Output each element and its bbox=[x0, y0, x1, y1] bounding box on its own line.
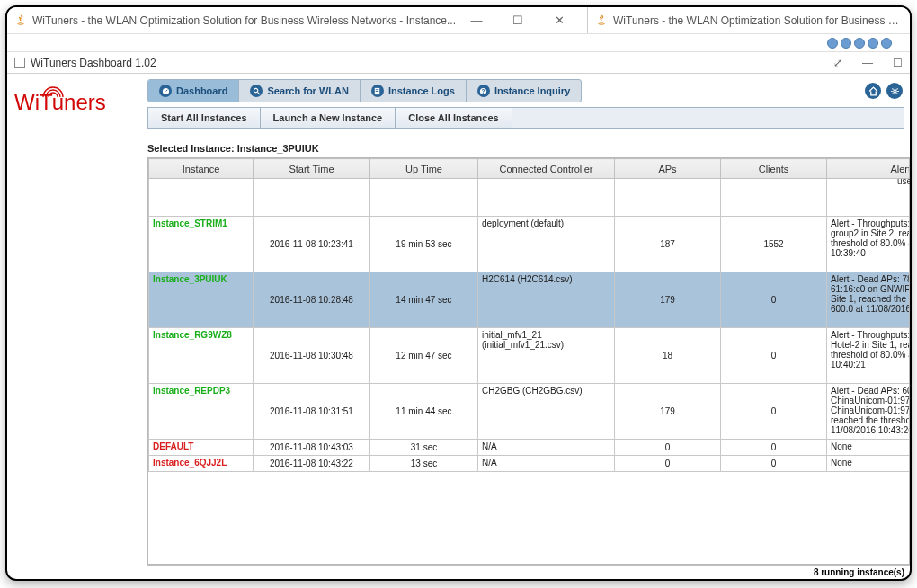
dot-icon[interactable] bbox=[827, 38, 838, 49]
use-label: use bbox=[897, 176, 910, 186]
search-icon bbox=[250, 85, 263, 97]
tab-label: Instance Inquiry bbox=[494, 85, 570, 96]
table-row[interactable]: Instance_STRIM12016-11-08 10:23:4119 min… bbox=[149, 217, 911, 272]
tab-search-wlan[interactable]: Search for WLAN bbox=[239, 80, 360, 102]
os-titlebar: WiTuners - the WLAN Optimization Solutio… bbox=[7, 7, 910, 34]
java-icon bbox=[14, 14, 27, 27]
svg-point-1 bbox=[254, 88, 258, 93]
status-bar: 8 running instance(s) bbox=[147, 565, 910, 579]
table-row[interactable] bbox=[149, 179, 911, 217]
dot-icon[interactable] bbox=[868, 38, 878, 49]
inquiry-icon: ? bbox=[477, 85, 490, 97]
instances-table: Instance Start Time Up Time Connected Co… bbox=[148, 158, 910, 472]
tab-instance-logs[interactable]: Instance Logs bbox=[361, 80, 467, 102]
app-titlebar: WiTuners Dashboard 1.02 ⤢ — ☐ bbox=[7, 52, 910, 74]
home-button[interactable] bbox=[865, 83, 881, 99]
app-icon bbox=[14, 58, 25, 68]
launch-new-button[interactable]: Launch a New Instance bbox=[261, 108, 396, 128]
table-row[interactable]: Instance_6QJJ2L2016-11-08 10:43:2213 sec… bbox=[149, 456, 911, 472]
app-title: WiTuners Dashboard 1.02 bbox=[31, 57, 156, 69]
dot-icon[interactable] bbox=[841, 38, 851, 49]
tab-label: Instance Logs bbox=[388, 85, 455, 96]
settings-button[interactable] bbox=[886, 83, 903, 99]
table-row[interactable]: Instance_3PUIUK2016-11-08 10:28:4814 min… bbox=[149, 272, 911, 328]
window-title-left: WiTuners - the WLAN Optimization Solutio… bbox=[32, 14, 456, 27]
java-icon bbox=[595, 14, 608, 27]
app-minimize-icon[interactable]: — bbox=[862, 57, 873, 69]
start-all-button[interactable]: Start All Instances bbox=[148, 108, 261, 128]
logs-icon bbox=[371, 85, 384, 97]
maximize-button[interactable]: ☐ bbox=[497, 7, 539, 34]
table-row[interactable]: Instance_REPDP32016-11-08 10:31:5111 min… bbox=[149, 384, 911, 440]
logo: WiTuners bbox=[14, 90, 140, 115]
col-clients[interactable]: Clients bbox=[721, 159, 827, 179]
secondary-bar bbox=[7, 34, 910, 52]
svg-text:?: ? bbox=[482, 87, 485, 94]
col-instance[interactable]: Instance bbox=[149, 159, 254, 179]
dot-icon[interactable] bbox=[881, 38, 892, 49]
table-row[interactable]: Instance_RG9WZ82016-11-08 10:30:4812 min… bbox=[149, 328, 911, 384]
col-start-time[interactable]: Start Time bbox=[254, 159, 370, 179]
action-button-row: Start All Instances Launch a New Instanc… bbox=[147, 107, 904, 129]
app-restore-icon[interactable]: ⤢ bbox=[833, 57, 842, 69]
selected-instance-label: Selected Instance: Instance_3PUIUK bbox=[147, 143, 910, 154]
table-row[interactable]: DEFAULT2016-11-08 10:43:0331 secN/A00Non… bbox=[149, 440, 911, 456]
tab-label: Search for WLAN bbox=[267, 85, 348, 96]
close-button[interactable]: ✕ bbox=[539, 7, 580, 34]
svg-point-8 bbox=[893, 89, 895, 92]
tab-dashboard[interactable]: Dashboard bbox=[148, 80, 239, 102]
tab-bar: Dashboard Search for WLAN Instance Logs … bbox=[147, 79, 582, 102]
tab-label: Dashboard bbox=[176, 85, 227, 96]
svg-line-2 bbox=[257, 92, 260, 94]
col-up-time[interactable]: Up Time bbox=[370, 159, 478, 179]
col-aps[interactable]: APs bbox=[615, 159, 721, 179]
col-controller[interactable]: Connected Controller bbox=[478, 159, 615, 179]
minimize-button[interactable]: — bbox=[456, 7, 497, 34]
dot-icon[interactable] bbox=[854, 38, 865, 49]
tab-instance-inquiry[interactable]: ? Instance Inquiry bbox=[467, 80, 581, 102]
dashboard-icon bbox=[159, 85, 172, 97]
app-maximize-icon[interactable]: ☐ bbox=[893, 57, 903, 69]
close-all-button[interactable]: Close All Instances bbox=[396, 108, 512, 128]
window-title-right: WiTuners - the WLAN Optimization Solutio… bbox=[613, 14, 903, 27]
